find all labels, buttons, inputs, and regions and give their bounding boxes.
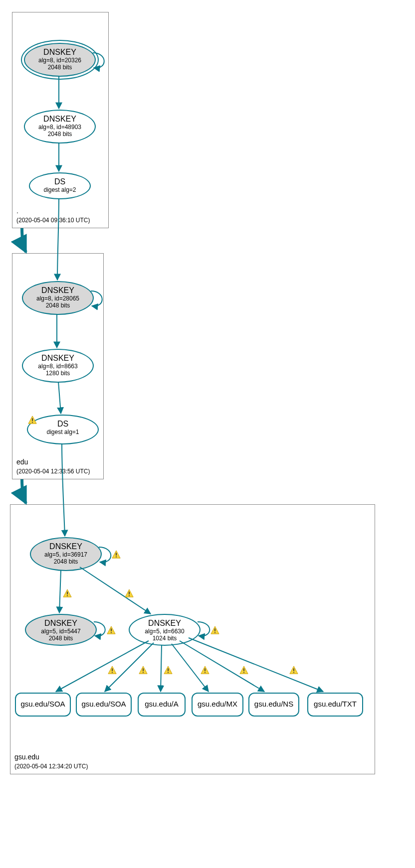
node-sub1: alg=5, id=6630 xyxy=(130,628,200,635)
node-rr-mx[interactable]: gsu.edu/MX xyxy=(192,693,243,717)
node-sub1: alg=8, id=20326 xyxy=(25,57,95,64)
rr-label: gsu.edu/A xyxy=(139,700,185,708)
node-sub1: alg=5, id=5447 xyxy=(26,628,96,635)
rr-label: gsu.edu/SOA xyxy=(77,700,131,708)
zone-root-name: . xyxy=(16,207,18,215)
node-gsu-k2[interactable]: DNSKEY alg=5, id=5447 2048 bits xyxy=(25,614,97,646)
rr-label: gsu.edu/NS xyxy=(249,700,298,708)
node-sub2: 2048 bits xyxy=(25,131,95,138)
svg-rect-2 xyxy=(32,422,33,423)
zone-edu-timestamp: (2020-05-04 12:33:56 UTC) xyxy=(16,468,90,475)
node-root-ksk[interactable]: DNSKEY alg=8, id=20326 2048 bits xyxy=(24,43,96,77)
rr-label: gsu.edu/TXT xyxy=(308,700,362,708)
node-edu-ksk[interactable]: DNSKEY alg=8, id=28065 2048 bits xyxy=(22,281,94,315)
rr-label: gsu.edu/SOA xyxy=(16,700,70,708)
node-rr-soa1[interactable]: gsu.edu/SOA xyxy=(15,693,71,717)
node-sub1: digest alg=1 xyxy=(28,429,98,435)
node-sub1: alg=8, id=28065 xyxy=(23,295,93,302)
node-sub2: 1024 bits xyxy=(130,635,200,642)
zone-gsu-name: gsu.edu xyxy=(14,753,39,761)
node-gsu-ksk[interactable]: DNSKEY alg=5, id=36917 2048 bits xyxy=(30,537,102,571)
node-sub1: digest alg=2 xyxy=(30,186,90,193)
node-sub1: alg=5, id=36917 xyxy=(31,551,101,558)
node-title: DNSKEY xyxy=(31,542,101,551)
node-rr-soa2[interactable]: gsu.edu/SOA xyxy=(76,693,132,717)
rr-label: gsu.edu/MX xyxy=(193,700,242,708)
node-sub2: 2048 bits xyxy=(25,64,95,71)
node-root-ds[interactable]: DS digest alg=2 xyxy=(29,172,91,199)
node-title: DNSKEY xyxy=(26,619,96,628)
node-title: DS xyxy=(28,420,98,429)
node-sub2: 2048 bits xyxy=(31,558,101,565)
node-rr-a[interactable]: gsu.edu/A xyxy=(138,693,186,717)
node-root-zsk[interactable]: DNSKEY alg=8, id=48903 2048 bits xyxy=(24,110,96,144)
node-rr-txt[interactable]: gsu.edu/TXT xyxy=(307,693,363,717)
node-sub2: 1280 bits xyxy=(23,370,93,377)
node-edu-zsk[interactable]: DNSKEY alg=8, id=8663 1280 bits xyxy=(22,349,94,383)
node-sub1: alg=8, id=8663 xyxy=(23,363,93,370)
node-sub1: alg=8, id=48903 xyxy=(25,124,95,131)
node-rr-ns[interactable]: gsu.edu/NS xyxy=(248,693,299,717)
zone-root-timestamp: (2020-05-04 09:36:10 UTC) xyxy=(16,217,90,224)
node-gsu-zsk[interactable]: DNSKEY alg=5, id=6630 1024 bits xyxy=(129,614,201,646)
node-title: DNSKEY xyxy=(23,286,93,295)
node-sub2: 2048 bits xyxy=(23,302,93,309)
node-title: DNSKEY xyxy=(25,115,95,124)
node-title: DS xyxy=(30,177,90,186)
node-title: DNSKEY xyxy=(23,354,93,363)
node-title: DNSKEY xyxy=(25,48,95,57)
node-sub2: 2048 bits xyxy=(26,635,96,642)
node-title: DNSKEY xyxy=(130,619,200,628)
node-edu-ds[interactable]: DS digest alg=1 xyxy=(27,415,99,444)
zone-edu-name: edu xyxy=(16,458,28,466)
zone-gsu-timestamp: (2020-05-04 12:34:20 UTC) xyxy=(14,763,88,770)
